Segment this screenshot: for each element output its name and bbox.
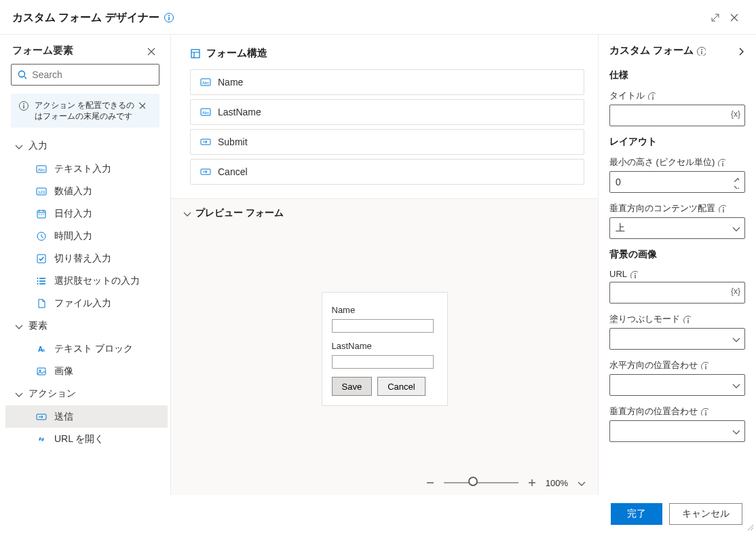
spec-section-heading: 仕様 xyxy=(609,69,745,81)
halign-field-label: 水平方向の位置合わせ xyxy=(609,359,745,371)
item-date-input[interactable]: 日付入力 xyxy=(5,202,168,225)
fx-icon[interactable]: {x} xyxy=(731,109,740,119)
info-icon[interactable] xyxy=(700,361,708,369)
app-window: カスタム フォーム デザイナー フォーム要素 アクション を配置できるのはフォー… xyxy=(0,0,756,533)
title-input[interactable]: {x} xyxy=(609,105,745,126)
minheight-field-label: 最小の高さ (ピクセル単位) xyxy=(609,156,745,168)
calendar-icon xyxy=(35,208,48,220)
item-toggle-input[interactable]: 切り替え入力 xyxy=(5,247,168,270)
info-banner-close-icon[interactable] xyxy=(136,100,152,109)
item-image[interactable]: 画像 xyxy=(5,360,168,382)
chevron-down-icon xyxy=(731,426,740,436)
left-panel-close-icon[interactable] xyxy=(146,46,159,56)
maximize-icon[interactable] xyxy=(706,8,725,27)
structure-item-name[interactable]: Name xyxy=(190,69,584,95)
info-icon[interactable] xyxy=(683,315,691,323)
item-submit[interactable]: 送信 xyxy=(5,405,168,428)
structure-item-lastname[interactable]: LastName xyxy=(190,99,584,125)
zoom-bar: 100% xyxy=(171,471,598,495)
chevron-down-icon xyxy=(731,334,740,344)
info-icon[interactable] xyxy=(717,158,725,166)
bgvalign-field-label: 垂直方向の位置合わせ xyxy=(609,405,745,418)
search-icon xyxy=(17,69,26,80)
right-panel-title: カスタム フォーム xyxy=(609,44,694,57)
chevron-down-icon xyxy=(14,141,23,151)
file-icon xyxy=(35,297,48,310)
zoom-in-icon[interactable] xyxy=(527,477,537,488)
preview-card: Name LastName Save Cancel xyxy=(322,292,448,406)
spinner-down-icon[interactable] xyxy=(732,182,739,189)
title-field-label: タイトル xyxy=(609,90,745,102)
search-field[interactable] xyxy=(31,69,153,81)
zoom-dropdown-icon[interactable] xyxy=(576,478,586,488)
chevron-down-icon xyxy=(731,223,740,233)
structure-item-submit[interactable]: Submit xyxy=(190,129,584,155)
bgvalign-select[interactable] xyxy=(609,420,745,442)
valign-select[interactable]: 上 xyxy=(609,217,745,239)
info-icon[interactable] xyxy=(647,92,656,100)
item-number-input[interactable]: 数値入力 xyxy=(5,180,168,202)
info-icon[interactable] xyxy=(696,46,706,56)
info-icon[interactable] xyxy=(718,204,726,213)
info-banner-text: アクション を配置できるのはフォームの末尾のみです xyxy=(35,100,136,122)
group-actions[interactable]: アクション xyxy=(5,382,168,405)
group-elements[interactable]: 要素 xyxy=(5,314,168,337)
footer: 完了 キャンセル xyxy=(0,495,756,533)
submit-icon xyxy=(200,166,211,177)
zoom-out-icon[interactable] xyxy=(425,477,436,488)
text-abc-icon xyxy=(200,107,211,117)
element-tree: 入力 テキスト入力 数値入力 日付入力 時間入力 xyxy=(0,134,170,458)
group-input[interactable]: 入力 xyxy=(5,134,168,158)
form-structure-heading: フォーム構造 xyxy=(190,47,584,60)
preview-name-input[interactable] xyxy=(332,319,434,333)
search-input[interactable] xyxy=(11,64,159,86)
fillmode-field-label: 塗りつぶしモード xyxy=(609,313,745,325)
group-label: 要素 xyxy=(29,320,48,332)
item-open-url[interactable]: URL を開く xyxy=(5,428,168,450)
right-panel-collapse-icon[interactable] xyxy=(736,46,745,56)
bg-section-heading: 背景の画像 xyxy=(609,249,745,261)
preview-header[interactable]: プレビュー フォーム xyxy=(171,199,598,227)
text-aa-icon xyxy=(35,343,48,355)
info-banner: アクション を配置できるのはフォームの末尾のみです xyxy=(11,94,159,128)
structure-item-cancel[interactable]: Cancel xyxy=(190,159,584,185)
preview-lastname-input[interactable] xyxy=(332,355,434,369)
minheight-input[interactable]: 0 xyxy=(609,171,745,193)
info-icon[interactable] xyxy=(700,407,708,416)
item-text-input[interactable]: テキスト入力 xyxy=(5,158,168,180)
title-bar: カスタム フォーム デザイナー xyxy=(0,0,756,35)
valign-field-label: 垂直方向のコンテンツ配置 xyxy=(609,202,745,215)
fx-icon[interactable]: {x} xyxy=(731,287,740,296)
close-icon[interactable] xyxy=(725,8,744,27)
spinner-up-icon[interactable] xyxy=(732,175,739,182)
cancel-button[interactable]: キャンセル xyxy=(669,503,742,525)
preview-cancel-button[interactable]: Cancel xyxy=(377,377,425,396)
resize-grip-icon[interactable] xyxy=(746,523,755,532)
halign-select[interactable] xyxy=(609,374,745,396)
item-time-input[interactable]: 時間入力 xyxy=(5,225,168,247)
done-button[interactable]: 完了 xyxy=(611,503,662,525)
fillmode-select[interactable] xyxy=(609,328,745,350)
item-text-block[interactable]: テキスト ブロック xyxy=(5,337,168,360)
left-panel: フォーム要素 アクション を配置できるのはフォームの末尾のみです 入 xyxy=(0,35,171,495)
chevron-down-icon xyxy=(14,321,23,331)
layout-section-heading: レイアウト xyxy=(609,136,745,148)
preview-save-button[interactable]: Save xyxy=(332,377,373,396)
item-choiceset-input[interactable]: 選択肢セットの入力 xyxy=(5,270,168,292)
info-icon[interactable] xyxy=(630,270,638,278)
preview-lastname-label: LastName xyxy=(332,341,438,351)
chevron-down-icon xyxy=(182,208,191,218)
url-field-label: URL xyxy=(609,269,745,279)
center-panel: フォーム構造 Name LastName Submit xyxy=(171,35,599,495)
checkbox-icon xyxy=(35,253,48,265)
item-file-input[interactable]: ファイル入力 xyxy=(5,292,168,314)
link-icon xyxy=(35,433,48,445)
info-icon xyxy=(18,100,29,111)
url-input[interactable]: {x} xyxy=(609,282,745,304)
list-icon xyxy=(35,275,48,287)
text-abc-icon xyxy=(35,163,48,175)
submit-icon xyxy=(35,411,48,423)
info-icon[interactable] xyxy=(164,12,174,23)
zoom-slider-thumb[interactable] xyxy=(468,477,478,486)
zoom-slider[interactable] xyxy=(444,482,518,483)
